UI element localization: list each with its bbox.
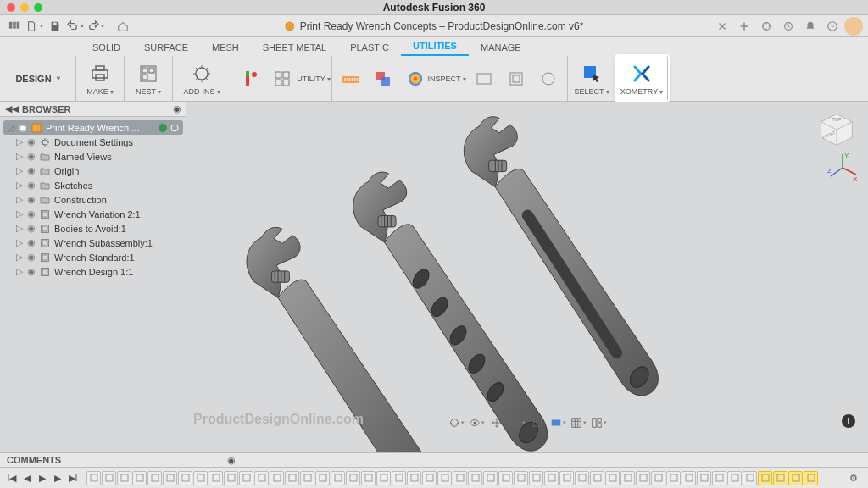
timeline-next-button[interactable]: ▶ <box>51 470 64 485</box>
expand-icon[interactable]: ▷ <box>15 151 24 162</box>
timeline-feature[interactable] <box>468 471 482 485</box>
timeline-feature[interactable] <box>163 471 177 485</box>
timeline-prev-button[interactable]: ◀ <box>20 470 34 485</box>
timeline-feature[interactable] <box>224 471 238 485</box>
timeline-feature[interactable] <box>743 471 757 485</box>
window-close-icon[interactable] <box>7 3 15 12</box>
tab-mesh[interactable]: MESH <box>200 40 251 56</box>
visibility-toggle[interactable]: ◉ <box>27 266 36 277</box>
timeline-feature[interactable] <box>361 471 376 485</box>
info-button[interactable]: i <box>841 413 856 430</box>
expand-icon[interactable]: ▷ <box>15 223 24 234</box>
timeline-feature[interactable] <box>514 471 528 485</box>
look-button[interactable] <box>468 415 485 430</box>
timeline-feature[interactable] <box>407 471 421 485</box>
timeline-feature[interactable] <box>758 471 772 485</box>
home-tab-button[interactable] <box>114 18 132 35</box>
expand-icon[interactable]: ▷ <box>15 180 24 191</box>
timeline-feature[interactable] <box>788 471 803 485</box>
visibility-toggle[interactable]: ◉ <box>27 180 36 191</box>
tab-sheet-metal[interactable]: SHEET METAL <box>251 40 338 56</box>
timeline-feature[interactable] <box>453 471 467 485</box>
radio-icon[interactable] <box>170 123 180 133</box>
visibility-toggle[interactable]: ◉ <box>27 252 36 263</box>
file-menu-button[interactable] <box>25 18 44 35</box>
timeline-feature[interactable] <box>346 471 360 485</box>
timeline-feature[interactable] <box>605 471 620 485</box>
timeline-feature[interactable] <box>559 471 574 485</box>
expand-icon[interactable]: ▷ <box>15 266 24 277</box>
tab-utilities[interactable]: UTILITIES <box>401 38 469 56</box>
tree-item[interactable]: ▷◉Wrench Design 1:1 <box>3 264 183 279</box>
timeline-feature[interactable] <box>544 471 559 485</box>
timeline-feature[interactable] <box>315 471 330 485</box>
timeline-feature[interactable] <box>422 471 437 485</box>
timeline-feature[interactable] <box>147 471 162 485</box>
timeline-feature[interactable] <box>178 471 192 485</box>
timeline-feature[interactable] <box>666 471 681 485</box>
tool-misc-1[interactable] <box>470 67 498 91</box>
tree-item[interactable]: ▷◉Bodies to Avoid:1 <box>3 221 183 236</box>
collapse-icon[interactable]: ◀◀ <box>5 103 19 114</box>
timeline-feature[interactable] <box>636 471 650 485</box>
timeline-start-button[interactable]: l◀ <box>5 470 19 485</box>
visibility-toggle[interactable]: ◉ <box>27 165 36 176</box>
tool-select[interactable]: SELECT <box>573 62 610 96</box>
redo-button[interactable] <box>86 18 105 35</box>
timeline-feature[interactable] <box>270 471 284 485</box>
timeline-end-button[interactable]: ▶l <box>66 470 80 485</box>
timeline-feature[interactable] <box>712 471 726 485</box>
expand-icon[interactable]: ▷ <box>15 194 24 205</box>
timeline-feature[interactable] <box>773 471 787 485</box>
timeline-feature[interactable] <box>437 471 452 485</box>
timeline-feature[interactable] <box>804 471 818 485</box>
timeline-feature[interactable] <box>575 471 589 485</box>
tree-item[interactable]: ▷◉Sketches <box>3 178 183 192</box>
extensions-button[interactable] <box>756 18 776 35</box>
data-panel-button[interactable] <box>5 18 24 35</box>
window-minimize-icon[interactable] <box>20 3 29 12</box>
timeline-feature[interactable] <box>392 471 406 485</box>
timeline-play-button[interactable]: ▶ <box>36 470 49 485</box>
timeline-feature[interactable] <box>697 471 711 485</box>
help-button[interactable]: ? <box>822 18 843 35</box>
expand-icon[interactable]: ▷ <box>15 208 24 219</box>
window-zoom-icon[interactable] <box>34 3 42 12</box>
close-doc-button[interactable] <box>712 18 732 35</box>
timeline-feature[interactable] <box>254 471 269 485</box>
expand-icon[interactable]: ▷ <box>15 252 24 263</box>
tool-misc-2[interactable] <box>503 67 530 91</box>
job-status-button[interactable] <box>778 18 798 35</box>
visibility-toggle[interactable]: ◉ <box>27 194 36 205</box>
tree-item[interactable]: ▷◉Document Settings <box>3 135 183 149</box>
tool-nest[interactable]: NEST <box>130 62 167 96</box>
timeline-feature[interactable] <box>620 471 635 485</box>
tree-item[interactable]: ▷◉Wrench Subassembly:1 <box>3 236 183 250</box>
browser-header[interactable]: ◀◀ BROWSER ◉ <box>0 102 186 117</box>
timeline-feature[interactable] <box>239 471 253 485</box>
notifications-button[interactable] <box>800 18 821 35</box>
tab-solid[interactable]: SOLID <box>81 40 132 56</box>
fit-button[interactable] <box>529 415 546 430</box>
tool-measure[interactable] <box>337 67 364 91</box>
pin-icon[interactable]: ◉ <box>173 103 181 114</box>
comments-pin-icon[interactable]: ◉ <box>227 455 236 466</box>
tab-plastic[interactable]: PLASTIC <box>338 40 401 56</box>
tool-utility-2[interactable] <box>269 67 296 91</box>
tool-curvature[interactable] <box>402 67 429 91</box>
visibility-toggle[interactable]: ◉ <box>27 151 36 162</box>
tab-manage[interactable]: MANAGE <box>469 40 533 56</box>
timeline-feature[interactable] <box>86 471 101 485</box>
tool-xometry[interactable]: XOMETRY <box>618 62 665 96</box>
timeline-feature[interactable] <box>590 471 604 485</box>
undo-button[interactable] <box>66 18 85 35</box>
tool-misc-3[interactable] <box>535 67 562 91</box>
viewport[interactable]: ProductDesignOnline.com TOP FRONT Y X Z <box>186 102 868 452</box>
timeline-feature[interactable] <box>529 471 543 485</box>
expand-icon[interactable]: ▷ <box>15 165 24 176</box>
user-avatar[interactable] <box>844 17 863 36</box>
timeline-feature[interactable] <box>285 471 299 485</box>
workspace-switcher[interactable]: DESIGN <box>0 56 76 101</box>
visibility-toggle[interactable]: ◉ <box>27 136 36 147</box>
tree-item[interactable]: ▷◉Origin <box>3 164 183 178</box>
